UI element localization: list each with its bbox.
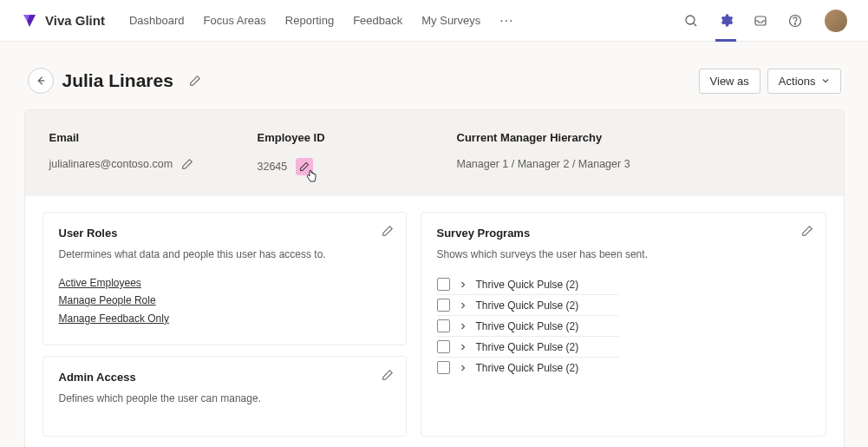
- chevron-right-icon[interactable]: [459, 364, 467, 372]
- content-grid: User Roles Determines what data and peop…: [25, 196, 844, 447]
- inbox-icon[interactable]: [752, 9, 769, 33]
- arrow-left-icon: [35, 75, 47, 87]
- edit-user-roles-button[interactable]: [382, 225, 394, 237]
- pencil-icon: [181, 158, 193, 170]
- nav-reporting[interactable]: Reporting: [285, 14, 334, 27]
- survey-label: Thrive Quick Pulse (2): [476, 362, 579, 374]
- svg-line-1: [694, 23, 696, 26]
- edit-title-button[interactable]: [189, 75, 201, 87]
- actions-button[interactable]: Actions: [767, 69, 841, 94]
- role-link-manage-people[interactable]: Manage People Role: [59, 292, 390, 309]
- pencil-icon: [801, 225, 813, 237]
- email-value-row: julialinares@contoso.com: [49, 158, 223, 170]
- survey-label: Thrive Quick Pulse (2): [476, 341, 579, 353]
- mgr-label: Current Manager Hierarchy: [457, 131, 819, 144]
- survey-row: Thrive Quick Pulse (2): [437, 274, 619, 295]
- pencil-icon: [189, 75, 201, 87]
- main-card: Email julialinares@contoso.com Employee …: [24, 109, 845, 447]
- email-label: Email: [49, 131, 223, 144]
- admin-access-title: Admin Access: [59, 371, 390, 384]
- nav-more-icon[interactable]: ···: [499, 13, 513, 29]
- view-as-button[interactable]: View as: [699, 69, 760, 94]
- page-container: Julia Linares View as Actions Email juli…: [24, 42, 845, 447]
- admin-access-panel: Admin Access Defines which people the us…: [42, 356, 407, 437]
- left-column: User Roles Determines what data and peop…: [42, 212, 407, 437]
- survey-row: Thrive Quick Pulse (2): [437, 316, 619, 337]
- chevron-right-icon[interactable]: [459, 301, 467, 310]
- edit-eid-button[interactable]: [296, 158, 313, 175]
- brand-logo-icon: [21, 12, 38, 30]
- survey-checkbox[interactable]: [437, 319, 450, 332]
- user-roles-desc: Determines what data and people this use…: [59, 248, 390, 260]
- nav-feedback[interactable]: Feedback: [353, 14, 402, 27]
- nav-focus-areas[interactable]: Focus Areas: [204, 14, 266, 27]
- help-icon[interactable]: [786, 9, 804, 33]
- survey-checkbox[interactable]: [437, 340, 450, 353]
- chevron-down-icon: [821, 76, 830, 85]
- svg-point-4: [794, 23, 795, 23]
- survey-label: Thrive Quick Pulse (2): [476, 279, 579, 291]
- page-title: Julia Linares: [62, 70, 173, 91]
- chevron-right-icon[interactable]: [459, 343, 467, 352]
- role-link-active-employees[interactable]: Active Employees: [59, 274, 390, 292]
- survey-programs-title: Survey Programs: [437, 227, 810, 240]
- info-employee-id: Employee ID 32645: [258, 131, 422, 175]
- survey-programs-panel: Survey Programs Shows which surveys the …: [421, 212, 826, 437]
- survey-checkbox[interactable]: [437, 278, 450, 291]
- admin-access-desc: Defines which people the user can manage…: [59, 392, 390, 404]
- survey-label: Thrive Quick Pulse (2): [476, 320, 579, 332]
- top-nav: Viva Glint Dashboard Focus Areas Reporti…: [0, 0, 868, 42]
- survey-list: Thrive Quick Pulse (2) Thrive Quick Puls…: [437, 274, 810, 378]
- view-as-label: View as: [710, 75, 749, 88]
- svg-point-0: [686, 16, 695, 24]
- survey-programs-desc: Shows which surveys the user has been se…: [437, 248, 810, 260]
- edit-survey-programs-button[interactable]: [801, 225, 813, 237]
- user-roles-panel: User Roles Determines what data and peop…: [42, 212, 407, 345]
- chevron-right-icon[interactable]: [459, 280, 467, 289]
- survey-label: Thrive Quick Pulse (2): [476, 299, 579, 312]
- cursor-hand-icon: [306, 170, 317, 182]
- nav-my-surveys[interactable]: My Surveys: [421, 14, 480, 27]
- brand[interactable]: Viva Glint: [21, 12, 105, 30]
- info-manager-hierarchy: Current Manager Hierarchy Manager 1 / Ma…: [457, 131, 819, 175]
- nav-utility-icons: [682, 9, 847, 33]
- role-link-manage-feedback[interactable]: Manage Feedback Only: [59, 310, 390, 327]
- nav-dashboard[interactable]: Dashboard: [129, 14, 185, 27]
- search-icon[interactable]: [682, 9, 700, 33]
- brand-text: Viva Glint: [45, 13, 105, 28]
- user-roles-title: User Roles: [59, 227, 390, 240]
- survey-row: Thrive Quick Pulse (2): [437, 358, 619, 378]
- info-bar: Email julialinares@contoso.com Employee …: [25, 110, 844, 196]
- edit-email-button[interactable]: [181, 158, 193, 170]
- actions-label: Actions: [779, 75, 816, 88]
- avatar[interactable]: [825, 10, 847, 32]
- info-email: Email julialinares@contoso.com: [49, 131, 223, 175]
- mgr-value: Manager 1 / Manager 2 / Manager 3: [457, 158, 819, 170]
- back-button[interactable]: [28, 68, 54, 94]
- pencil-icon: [382, 369, 394, 381]
- eid-value-row: 32645: [258, 158, 422, 175]
- email-value: julialinares@contoso.com: [49, 158, 173, 170]
- survey-row: Thrive Quick Pulse (2): [437, 337, 619, 358]
- survey-row: Thrive Quick Pulse (2): [437, 295, 619, 316]
- survey-checkbox[interactable]: [437, 299, 450, 312]
- survey-checkbox[interactable]: [437, 361, 450, 374]
- pencil-icon: [382, 225, 394, 237]
- eid-label: Employee ID: [258, 131, 422, 144]
- right-column: Survey Programs Shows which surveys the …: [421, 212, 826, 437]
- eid-value: 32645: [258, 161, 288, 173]
- page-header: Julia Linares View as Actions: [24, 68, 845, 94]
- nav-links: Dashboard Focus Areas Reporting Feedback…: [129, 13, 514, 29]
- chevron-right-icon[interactable]: [459, 322, 467, 331]
- gear-icon[interactable]: [717, 9, 734, 33]
- edit-admin-access-button[interactable]: [382, 369, 394, 381]
